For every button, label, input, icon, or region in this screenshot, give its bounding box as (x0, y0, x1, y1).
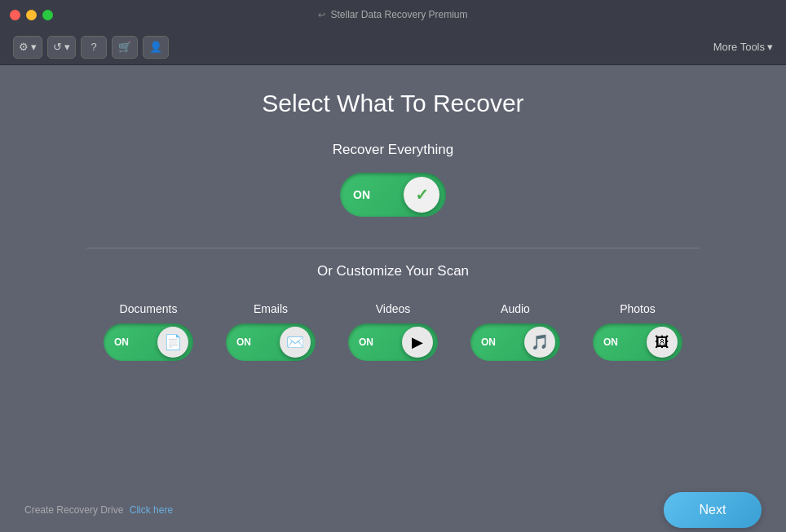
toggle-thumb: ✓ (404, 177, 439, 213)
videos-label: Videos (376, 302, 411, 315)
emails-label: Emails (254, 302, 288, 315)
category-videos: Videos ON ▶ (348, 302, 438, 361)
history-icon: ↺ (53, 41, 62, 53)
close-button[interactable] (10, 10, 20, 20)
maximize-button[interactable] (42, 10, 53, 20)
documents-on-label: ON (114, 336, 129, 348)
cart-button[interactable]: 🛒 (112, 36, 138, 59)
documents-thumb: 📄 (157, 327, 188, 358)
category-documents: Documents ON 📄 (104, 302, 193, 361)
audio-icon: 🎵 (531, 333, 549, 351)
cart-icon: 🛒 (118, 41, 131, 53)
photos-toggle[interactable]: ON 🖼 (593, 323, 682, 361)
recover-everything-section: Recover Everything ON ✓ (33, 142, 753, 217)
videos-thumb: ▶ (402, 327, 433, 358)
audio-toggle[interactable]: ON 🎵 (470, 323, 560, 361)
divider (86, 248, 699, 248)
photo-icon: 🖼 (655, 334, 669, 351)
window-title: ↩ Stellar Data Recovery Premium (318, 9, 467, 20)
videos-on-label: ON (359, 336, 373, 348)
customize-label: Or Customize Your Scan (317, 263, 469, 279)
emails-on-label: ON (236, 336, 251, 348)
gear-icon: ⚙ (19, 41, 29, 53)
photos-thumb: 🖼 (647, 327, 678, 358)
settings-button[interactable]: ⚙ ▾ (13, 36, 42, 59)
minimize-button[interactable] (26, 10, 37, 20)
bottom-bar: Create Recovery Drive Click here Next (0, 504, 786, 516)
emails-thumb: ✉️ (280, 327, 311, 358)
window-controls (10, 10, 53, 20)
account-icon: 👤 (149, 41, 162, 53)
next-button[interactable]: Next (664, 492, 762, 528)
help-button[interactable]: ? (81, 36, 107, 59)
click-here-link[interactable]: Click here (130, 504, 173, 516)
categories-row: Documents ON 📄 Emails ON ✉️ Videos ON (104, 302, 682, 361)
settings-dropdown-icon: ▾ (31, 41, 37, 53)
page-title: Select What To Recover (262, 90, 523, 117)
account-button[interactable]: 👤 (143, 36, 169, 59)
document-icon: 📄 (164, 333, 182, 351)
emails-toggle[interactable]: ON ✉️ (226, 323, 316, 361)
create-recovery-drive: Create Recovery Drive Click here (24, 504, 173, 516)
audio-thumb: 🎵 (524, 327, 555, 358)
photos-label: Photos (620, 302, 656, 315)
category-photos: Photos ON 🖼 (593, 302, 682, 361)
category-emails: Emails ON ✉️ (226, 302, 316, 361)
toggle-on-label: ON (353, 188, 370, 201)
history-dropdown-icon: ▾ (64, 41, 70, 53)
more-tools-dropdown-icon: ▾ (767, 41, 773, 53)
toolbar-left: ⚙ ▾ ↺ ▾ ? 🛒 👤 (13, 36, 169, 59)
history-button[interactable]: ↺ ▾ (47, 36, 76, 59)
more-tools-button[interactable]: More Tools ▾ (713, 41, 773, 53)
video-icon: ▶ (412, 333, 423, 351)
audio-on-label: ON (481, 336, 496, 348)
category-audio: Audio ON 🎵 (470, 302, 560, 361)
recover-everything-label: Recover Everything (333, 142, 453, 158)
titlebar: ↩ Stellar Data Recovery Premium (0, 0, 786, 29)
toolbar: ⚙ ▾ ↺ ▾ ? 🛒 👤 More Tools ▾ (0, 29, 786, 65)
videos-toggle[interactable]: ON ▶ (348, 323, 438, 361)
audio-label: Audio (501, 302, 530, 315)
main-content: Select What To Recover Recover Everythin… (0, 65, 786, 532)
documents-label: Documents (120, 302, 178, 315)
recover-everything-toggle[interactable]: ON ✓ (340, 173, 446, 217)
toolbar-right: More Tools ▾ (713, 41, 773, 53)
back-arrow-icon: ↩ (318, 10, 325, 20)
checkmark-icon: ✓ (415, 185, 429, 204)
email-icon: ✉️ (286, 333, 304, 351)
photos-on-label: ON (603, 336, 618, 348)
documents-toggle[interactable]: ON 📄 (104, 323, 193, 361)
question-icon: ? (91, 41, 96, 53)
